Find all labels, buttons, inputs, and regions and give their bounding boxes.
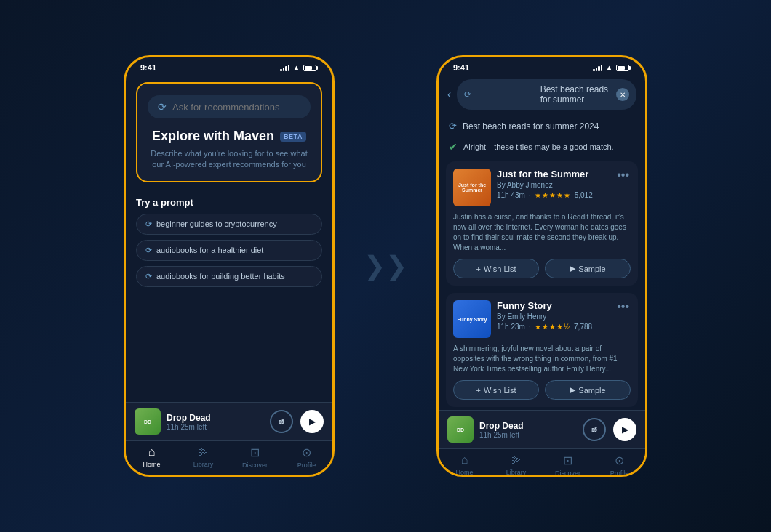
right-search-bar[interactable]: ⟳ Best beach reads for summer ✕: [457, 79, 636, 110]
library-icon-left: ⫸: [198, 446, 209, 459]
nav-label-profile-right: Profile: [610, 469, 629, 477]
bottom-nav-right: ⌂ Home ⫸ Library ⊡ Discover ⊙ Profile: [439, 448, 645, 477]
prompt-btn-2[interactable]: ⟳ audiobooks for building better habits: [136, 266, 322, 287]
nav-library-left[interactable]: ⫸ Library: [177, 446, 229, 469]
sample-btn-1[interactable]: ▶ Sample: [545, 380, 631, 400]
book-stars-1: ★★★★½: [535, 323, 570, 331]
book-author-0: By Abby Jimenez: [497, 181, 610, 189]
try-prompt-label: Try a prompt: [136, 197, 322, 208]
replay-num-right: 30: [591, 427, 597, 432]
sample-btn-0[interactable]: ▶ Sample: [545, 259, 631, 278]
maven-hero: ⟳ Explore with Maven BETA Describe what …: [136, 82, 322, 182]
wifi-icon-right: ▲: [605, 63, 613, 72]
search-query-text: Best beach reads for summer: [540, 84, 612, 105]
book-title-0: Just for the Summer: [497, 169, 610, 180]
maven-title: Explore with Maven BETA: [148, 129, 311, 144]
nav-label-library-left: Library: [193, 461, 214, 468]
book-stars-0: ★★★★★: [535, 191, 571, 199]
status-time-right: 9:41: [453, 63, 469, 72]
left-phone: 9:41 ▲ ⟳ Explo: [124, 55, 335, 477]
wish-list-btn-0[interactable]: + Wish List: [453, 259, 539, 278]
now-playing-title-right: Drop Dead: [479, 421, 577, 431]
play-btn-left[interactable]: ▶: [300, 410, 324, 433]
now-playing-title-left: Drop Dead: [167, 413, 264, 423]
sample-label-0: Sample: [578, 265, 605, 273]
book-stats-1: 11h 23m · ★★★★½ 7,788: [497, 323, 610, 331]
replay-num-left: 30: [279, 419, 284, 424]
bottom-nav-left: ⌂ Home ⫸ Library ⊡ Discover ⊙ Profile: [126, 440, 332, 475]
checkmark-icon: ✔: [449, 141, 458, 153]
nav-discover-right[interactable]: ⊡ Discover: [542, 454, 594, 477]
book-actions-1: + Wish List ▶ Sample: [453, 380, 631, 400]
maven-search-bar[interactable]: ⟳: [148, 95, 311, 118]
nav-label-discover-right: Discover: [555, 469, 580, 477]
suggestion-text: Best beach reads for summer 2024: [463, 121, 599, 132]
book-more-btn-0[interactable]: •••: [615, 169, 631, 182]
wish-list-btn-1[interactable]: + Wish List: [453, 380, 539, 400]
prompt-icon-2: ⟳: [145, 272, 152, 281]
status-bar-right: 9:41 ▲: [439, 57, 645, 75]
book-meta-1: Funny Story By Emily Henry 11h 23m · ★★★…: [497, 300, 610, 331]
prompt-label-0: beginner guides to cryptocurrency: [156, 219, 277, 228]
now-playing-sub-left: 11h 25m left: [167, 423, 264, 431]
book-actions-0: + Wish List ▶ Sample: [453, 259, 631, 278]
library-icon-right: ⫸: [511, 454, 522, 467]
now-playing-controls-left: ↺30 ▶: [270, 410, 324, 433]
maven-search-icon: ⟳: [158, 101, 167, 113]
book-card-header-1: Funny Story Funny Story By Emily Henry 1…: [453, 300, 631, 338]
nav-library-right[interactable]: ⫸ Library: [490, 454, 542, 477]
play-btn-right[interactable]: ▶: [613, 418, 636, 441]
book-duration-1: 11h 23m: [497, 323, 525, 331]
clear-search-btn[interactable]: ✕: [616, 88, 629, 101]
nav-label-profile-left: Profile: [297, 462, 316, 469]
suggestion-row[interactable]: ⟳ Best beach reads for summer 2024: [439, 116, 645, 137]
book-stats-0: 11h 43m · ★★★★★ 5,012: [497, 191, 610, 199]
prompt-icon-0: ⟳: [145, 219, 152, 229]
now-playing-left: DD Drop Dead 11h 25m left ↺30 ▶: [126, 402, 332, 440]
suggestion-icon: ⟳: [449, 121, 457, 132]
nav-profile-left[interactable]: ⊙ Profile: [281, 446, 332, 469]
prompt-label-2: audiobooks for building better habits: [156, 272, 285, 281]
book-cover-1: Funny Story: [453, 300, 491, 338]
nav-profile-right[interactable]: ⊙ Profile: [594, 454, 645, 477]
search-header-right: ‹ ⟳ Best beach reads for summer ✕: [439, 75, 645, 116]
nav-home-right[interactable]: ⌂ Home: [439, 454, 490, 477]
book-card-1: Funny Story Funny Story By Emily Henry 1…: [446, 293, 638, 407]
play-icon-sample-0: ▶: [570, 264, 575, 273]
try-prompt-section: Try a prompt ⟳ beginner guides to crypto…: [126, 190, 332, 298]
nav-label-library-right: Library: [506, 469, 527, 476]
back-button[interactable]: ‹: [447, 88, 451, 101]
play-icon-sample-1: ▶: [570, 385, 575, 395]
book-more-btn-1[interactable]: •••: [615, 300, 631, 313]
maven-subtitle: Describe what you're looking for to see …: [148, 148, 311, 171]
discover-icon-right: ⊡: [563, 454, 572, 467]
book-desc-1: A shimmering, joyful new novel about a p…: [453, 344, 631, 374]
status-time-left: 9:41: [140, 63, 156, 72]
replay-btn-left[interactable]: ↺30: [270, 410, 293, 433]
status-bar-left: 9:41 ▲: [126, 57, 332, 75]
book-card-0: Just for the Summer Just for the Summer …: [446, 161, 638, 286]
prompt-btn-1[interactable]: ⟳ audiobooks for a healthier diet: [136, 240, 322, 261]
plus-icon-0: +: [476, 265, 480, 273]
prompt-btn-0[interactable]: ⟳ beginner guides to cryptocurrency: [136, 214, 322, 235]
signal-bars-left: [280, 64, 289, 71]
now-playing-cover-left: DD: [135, 408, 161, 435]
replay-btn-right[interactable]: ↺30: [583, 418, 606, 441]
battery-right: [616, 65, 631, 71]
nav-discover-left[interactable]: ⊡ Discover: [229, 446, 281, 469]
prompt-icon-1: ⟳: [145, 246, 152, 255]
book-title-1: Funny Story: [497, 300, 610, 311]
nav-label-discover-left: Discover: [242, 462, 268, 469]
now-playing-right: DD Drop Dead 11h 25m left ↺30 ▶: [439, 410, 645, 448]
discover-icon-left: ⊡: [250, 446, 260, 459]
wish-list-label-1: Wish List: [484, 386, 516, 395]
maven-search-input[interactable]: [172, 102, 300, 113]
book-rating-count-1: 7,788: [574, 323, 592, 331]
match-row: ✔ Alright—these titles may be a good mat…: [439, 137, 645, 158]
nav-home-left[interactable]: ⌂ Home: [126, 446, 177, 469]
home-icon-right: ⌂: [461, 454, 468, 467]
battery-left: [303, 65, 318, 71]
status-icons-left: ▲: [280, 63, 318, 72]
plus-icon-1: +: [476, 386, 480, 395]
now-playing-cover-right: DD: [447, 416, 474, 443]
